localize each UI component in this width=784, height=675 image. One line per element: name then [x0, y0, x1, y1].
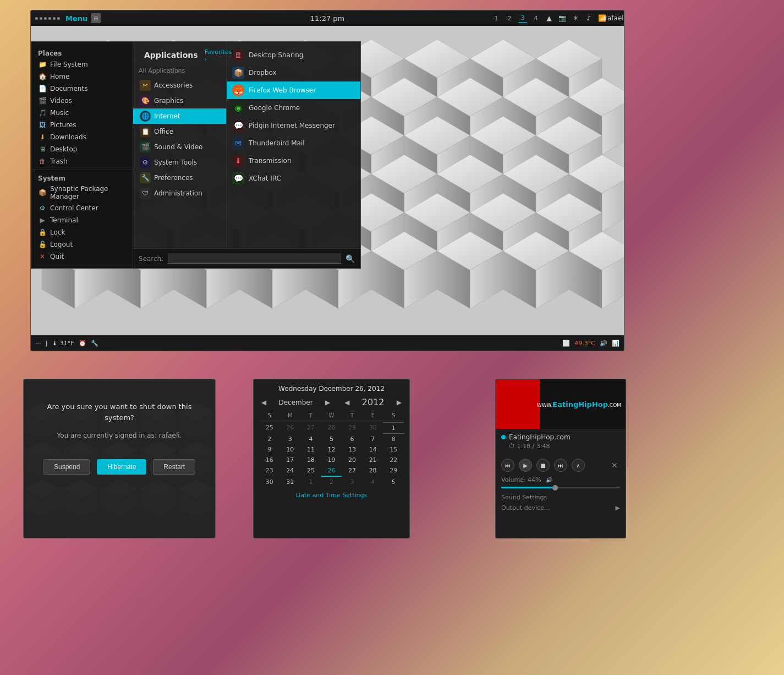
stop-btn[interactable]: ■: [536, 459, 550, 472]
app-xchat[interactable]: 💬 XChat IRC: [227, 170, 360, 187]
cal-day-16[interactable]: 16: [259, 455, 280, 465]
category-office[interactable]: 📋 Office: [133, 124, 226, 139]
category-system-tools[interactable]: ⚙ System Tools: [133, 155, 226, 170]
prev-track-btn[interactable]: ⏮: [501, 459, 514, 472]
places-pictures[interactable]: 🖼 Pictures: [31, 119, 133, 131]
date-time-settings-link[interactable]: Date and Time Settings: [259, 492, 404, 499]
cal-day-2[interactable]: 2: [259, 434, 280, 444]
cal-day-22[interactable]: 22: [383, 455, 404, 465]
cal-day-14[interactable]: 14: [363, 444, 383, 455]
places-videos[interactable]: 🎬 Videos: [31, 95, 133, 107]
close-player-btn[interactable]: ✕: [609, 460, 620, 471]
next-month-btn[interactable]: ▶: [323, 398, 332, 407]
cal-day-30[interactable]: 30: [259, 477, 280, 487]
cal-day-13[interactable]: 13: [342, 444, 363, 455]
cal-day-24[interactable]: 24: [280, 465, 301, 477]
next-track-btn[interactable]: ⏭: [554, 459, 567, 472]
cal-day-12[interactable]: 12: [321, 444, 342, 455]
system-control-center[interactable]: ⚙ Control Center: [31, 202, 133, 214]
all-applications-item[interactable]: All Applications: [133, 66, 226, 78]
hibernate-button[interactable]: Hibernate: [97, 459, 146, 475]
cal-day-10[interactable]: 10: [280, 444, 301, 455]
sound-settings-link[interactable]: Sound Settings: [496, 492, 626, 503]
output-device-link[interactable]: Output device... ▶: [496, 503, 626, 513]
cal-day-25[interactable]: 25: [300, 465, 321, 477]
cal-day-28-nov[interactable]: 28: [321, 422, 342, 434]
cal-day-8[interactable]: 8: [383, 434, 404, 444]
cal-day-4-jan[interactable]: 4: [363, 477, 383, 487]
search-icon[interactable]: 🔍: [346, 254, 355, 263]
workspace-2[interactable]: 2: [505, 14, 514, 23]
cal-day-21[interactable]: 21: [363, 455, 383, 465]
app-pidgin[interactable]: 💬 Pidgin Internet Messenger: [227, 117, 360, 134]
places-desktop[interactable]: 🖥 Desktop: [31, 143, 133, 155]
category-accessories[interactable]: ✂ Accessories: [133, 78, 226, 93]
cal-day-19[interactable]: 19: [321, 455, 342, 465]
places-home[interactable]: 🏠 Home: [31, 70, 133, 83]
cal-day-20[interactable]: 20: [342, 455, 363, 465]
restart-button[interactable]: Restart: [153, 459, 195, 475]
workspace-3[interactable]: 3: [518, 14, 527, 23]
taskbar-menu-btn[interactable]: ···: [35, 340, 41, 347]
search-input[interactable]: [168, 253, 341, 264]
cal-day-3[interactable]: 3: [280, 434, 301, 444]
cal-day-9[interactable]: 9: [259, 444, 280, 455]
cal-day-25-nov[interactable]: 25: [259, 422, 280, 434]
next-year-btn[interactable]: ▶: [394, 398, 404, 407]
workspace-4[interactable]: 4: [531, 14, 540, 23]
places-documents[interactable]: 📄 Documents: [31, 83, 133, 95]
places-downloads[interactable]: ⬇ Downloads: [31, 131, 133, 143]
app-chrome[interactable]: ◉ Google Chrome: [227, 99, 360, 117]
menu-button[interactable]: Menu: [65, 14, 87, 23]
cal-day-31[interactable]: 31: [280, 477, 301, 487]
cal-day-15[interactable]: 15: [383, 444, 404, 455]
category-internet[interactable]: 🌐 Internet: [133, 108, 226, 124]
chevron-up-icon[interactable]: ▲: [545, 14, 553, 23]
cal-day-26-today[interactable]: 26: [321, 465, 342, 477]
cal-day-26-nov[interactable]: 26: [280, 422, 301, 434]
cal-day-18[interactable]: 18: [300, 455, 321, 465]
system-logout[interactable]: 🔓 Logout: [31, 238, 133, 251]
cal-day-27[interactable]: 27: [342, 465, 363, 477]
prev-year-btn[interactable]: ◀: [342, 398, 352, 407]
system-synaptic[interactable]: 📦 Synaptic Package Manager: [31, 183, 133, 202]
cal-day-28[interactable]: 28: [363, 465, 383, 477]
cal-day-2-jan[interactable]: 2: [321, 477, 342, 487]
app-firefox[interactable]: 🦊 Firefox Web Browser: [227, 81, 360, 99]
volume-knob[interactable]: [552, 485, 558, 491]
cal-day-1-dec[interactable]: 1: [383, 422, 404, 434]
cal-day-7[interactable]: 7: [363, 434, 383, 444]
app-thunderbird[interactable]: ✉ Thunderbird Mail: [227, 134, 360, 152]
category-administration[interactable]: 🛡 Administration: [133, 186, 226, 201]
system-terminal[interactable]: ▶ Terminal: [31, 214, 133, 226]
suspend-button[interactable]: Suspend: [43, 459, 90, 475]
category-sound-video[interactable]: 🎬 Sound & Video: [133, 139, 226, 155]
volume-slider[interactable]: [501, 487, 620, 488]
cal-day-29-nov[interactable]: 29: [342, 422, 363, 434]
volume-up-btn[interactable]: ∧: [572, 459, 585, 472]
prev-month-btn[interactable]: ◀: [259, 398, 268, 407]
workspace-1[interactable]: 1: [492, 14, 501, 23]
play-btn[interactable]: ▶: [519, 459, 532, 472]
cal-day-17[interactable]: 17: [280, 455, 301, 465]
cal-day-30-nov[interactable]: 30: [363, 422, 383, 434]
system-lock[interactable]: 🔒 Lock: [31, 226, 133, 238]
cal-day-27-nov[interactable]: 27: [300, 422, 321, 434]
system-quit[interactable]: ✕ Quit: [31, 251, 133, 263]
app-dropbox[interactable]: 📦 Dropbox: [227, 64, 360, 81]
cal-day-29[interactable]: 29: [383, 465, 404, 477]
cal-day-1-jan[interactable]: 1: [300, 477, 321, 487]
app-transmission[interactable]: ⬇ Transmission: [227, 152, 360, 170]
cal-day-5[interactable]: 5: [321, 434, 342, 444]
places-music[interactable]: 🎵 Music: [31, 107, 133, 119]
cal-day-4[interactable]: 4: [300, 434, 321, 444]
cal-day-5-jan[interactable]: 5: [383, 477, 404, 487]
category-graphics[interactable]: 🎨 Graphics: [133, 93, 226, 108]
cal-day-23[interactable]: 23: [259, 465, 280, 477]
cal-day-3-jan[interactable]: 3: [342, 477, 363, 487]
app-desktop-sharing[interactable]: 🖥 Desktop Sharing: [227, 46, 360, 64]
places-filesystem[interactable]: 📁 File System: [31, 58, 133, 70]
window-list-icon[interactable]: ⊞: [91, 13, 101, 23]
places-trash[interactable]: 🗑 Trash: [31, 155, 133, 167]
cal-day-11[interactable]: 11: [300, 444, 321, 455]
